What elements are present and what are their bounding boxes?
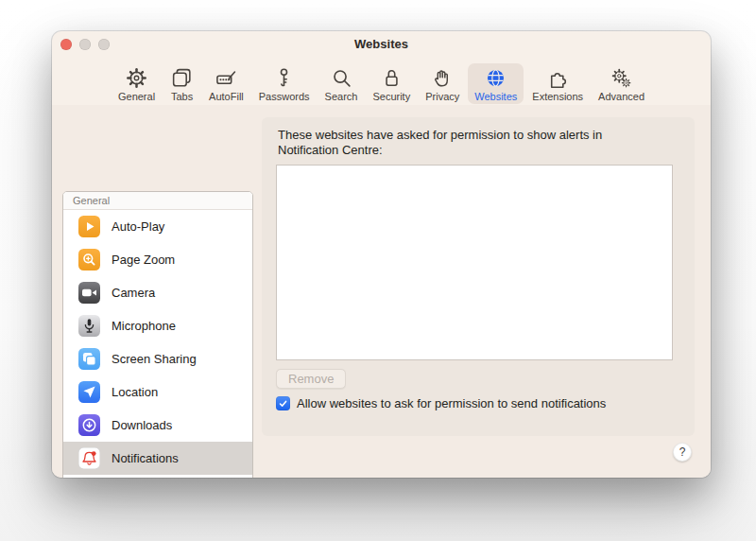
notifications-pane: These websites have asked for permission…	[262, 117, 695, 436]
allow-notifications-checkbox[interactable]	[276, 396, 290, 410]
minimize-button[interactable]	[79, 39, 91, 50]
gear-icon	[125, 66, 148, 90]
sidebar-item-label: Notifications	[112, 451, 179, 465]
tab-label: AutoFill	[209, 91, 244, 102]
zoom-plus-icon	[78, 249, 100, 270]
sidebar-item-label: Microphone	[112, 319, 176, 333]
lock-icon	[380, 66, 404, 90]
autofill-icon	[215, 66, 238, 90]
sidebar-item-downloads[interactable]: Downloads	[63, 409, 252, 442]
tab-privacy[interactable]: Privacy	[419, 63, 466, 104]
websites-permission-list[interactable]	[276, 165, 673, 360]
sidebar-item-notifications[interactable]: Notifications	[63, 442, 252, 475]
gears-icon	[610, 66, 633, 90]
preferences-toolbar: General Tabs AutoFill	[52, 57, 711, 108]
sidebar-item-auto-play[interactable]: Auto-Play	[63, 210, 252, 243]
sidebar-item-popup-windows[interactable]: Pop-up Windows	[63, 475, 252, 478]
sidebar-section-header: General	[63, 192, 252, 210]
tabs-icon	[170, 66, 194, 90]
play-icon	[78, 216, 100, 237]
preferences-content: General Auto-Play Page	[52, 105, 711, 478]
tab-security[interactable]: Security	[366, 63, 417, 104]
tab-label: Advanced	[598, 91, 644, 102]
hand-icon	[431, 66, 455, 90]
tab-label: Security	[372, 91, 410, 102]
allow-notifications-row: Allow websites to ask for permission to …	[276, 396, 606, 410]
tab-label: General	[118, 91, 155, 102]
sidebar-item-microphone[interactable]: Microphone	[63, 309, 252, 342]
traffic-lights	[60, 39, 110, 50]
tab-label: Tabs	[171, 91, 193, 102]
location-arrow-icon	[78, 381, 100, 403]
checkmark-icon	[278, 398, 288, 409]
sidebar-item-label: Screen Sharing	[112, 352, 197, 366]
tab-label: Extensions	[532, 91, 583, 102]
allow-notifications-label: Allow websites to ask for permission to …	[297, 396, 606, 410]
websites-sidebar: General Auto-Play Page	[62, 191, 253, 478]
video-camera-icon	[78, 282, 100, 304]
sidebar-item-location[interactable]: Location	[63, 375, 252, 409]
bell-badge-icon	[78, 447, 100, 469]
tab-passwords[interactable]: Passwords	[252, 63, 317, 104]
sidebar-item-label: Downloads	[112, 418, 172, 432]
remove-button[interactable]: Remove	[276, 369, 346, 389]
sidebar-item-label: Location	[112, 385, 158, 399]
key-icon	[272, 66, 296, 90]
puzzle-icon	[546, 66, 570, 90]
globe-icon	[484, 66, 507, 90]
sidebar-item-page-zoom[interactable]: Page Zoom	[63, 243, 252, 276]
tab-general[interactable]: General	[112, 63, 162, 104]
tab-extensions[interactable]: Extensions	[525, 63, 590, 104]
sidebar-item-camera[interactable]: Camera	[63, 276, 252, 309]
zoom-button[interactable]	[98, 39, 110, 50]
window-title: Websites	[354, 37, 408, 51]
microphone-icon	[78, 315, 100, 337]
close-button[interactable]	[60, 39, 72, 50]
desktop-background: Websites General Tabs	[0, 0, 756, 541]
tab-advanced[interactable]: Advanced	[592, 63, 651, 104]
tab-label: Search	[325, 91, 358, 102]
screen-sharing-icon	[78, 348, 100, 370]
title-bar[interactable]: Websites	[52, 31, 711, 57]
tab-label: Websites	[474, 91, 517, 102]
permission-description: These websites have asked for permission…	[278, 128, 665, 158]
tab-websites[interactable]: Websites	[468, 63, 524, 104]
sidebar-item-screen-sharing[interactable]: Screen Sharing	[63, 342, 252, 375]
download-icon	[78, 414, 100, 436]
sidebar-item-label: Camera	[112, 286, 155, 300]
help-button[interactable]: ?	[673, 443, 692, 462]
tab-tabs[interactable]: Tabs	[163, 63, 200, 104]
sidebar-item-label: Page Zoom	[112, 253, 175, 267]
tab-autofill[interactable]: AutoFill	[202, 63, 250, 104]
tab-label: Privacy	[425, 91, 459, 102]
tab-label: Passwords	[259, 91, 310, 102]
magnifier-icon	[330, 66, 353, 90]
safari-preferences-window: Websites General Tabs	[52, 31, 711, 478]
sidebar-item-label: Auto-Play	[112, 219, 164, 234]
tab-search[interactable]: Search	[318, 63, 365, 104]
